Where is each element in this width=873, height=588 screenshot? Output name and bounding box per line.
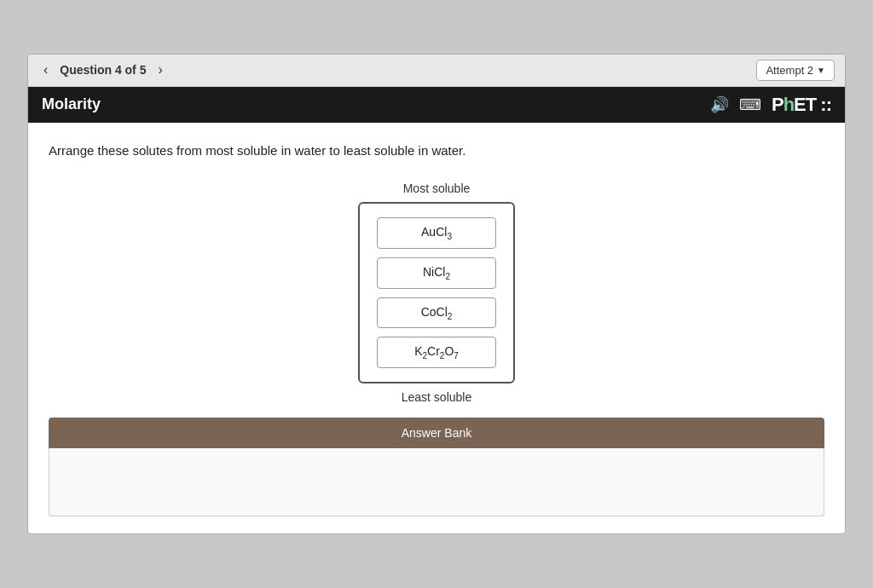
sort-item-k2cr2o7[interactable]: K2Cr2O7 (377, 337, 496, 368)
sort-container: Most soluble AuCl3 NiCl2 CoCl2 K2Cr2O7 L… (49, 182, 824, 404)
main-window: ‹ Question 4 of 5 › Attempt 2 ▼ Molarity… (27, 54, 846, 534)
nav-left-group: ‹ Question 4 of 5 › (38, 61, 168, 79)
sim-title: Molarity (42, 95, 101, 113)
sort-item-aucl3[interactable]: AuCl3 (377, 217, 496, 249)
phet-logo-text: PhET (772, 94, 816, 115)
answer-bank-section: Answer Bank (49, 418, 824, 516)
phet-logo-dots: :: (820, 94, 831, 115)
sim-controls-group: 🔊 ⌨ PhET :: (710, 94, 831, 116)
sim-header-bar: Molarity 🔊 ⌨ PhET :: (28, 87, 845, 123)
least-soluble-label: Least soluble (402, 390, 472, 404)
attempt-button[interactable]: Attempt 2 ▼ (756, 60, 835, 81)
answer-bank-header: Answer Bank (49, 418, 824, 448)
dropdown-arrow-icon: ▼ (817, 66, 825, 75)
most-soluble-label: Most soluble (403, 182, 471, 195)
attempt-label: Attempt 2 (766, 64, 813, 77)
main-content-area: Arrange these solutes from most soluble … (28, 123, 845, 533)
top-navigation: ‹ Question 4 of 5 › Attempt 2 ▼ (28, 55, 845, 87)
sort-item-cocl2[interactable]: CoCl2 (377, 297, 496, 329)
question-text: Arrange these solutes from most soluble … (49, 143, 824, 158)
sort-item-nicl2[interactable]: NiCl2 (377, 257, 496, 289)
phet-logo: PhET :: (772, 94, 831, 116)
sound-icon[interactable]: 🔊 (710, 95, 729, 114)
next-question-button[interactable]: › (153, 61, 167, 79)
sort-box[interactable]: AuCl3 NiCl2 CoCl2 K2Cr2O7 (358, 202, 515, 383)
question-counter: Question 4 of 5 (60, 63, 146, 77)
answer-bank-body[interactable] (49, 448, 824, 516)
prev-question-button[interactable]: ‹ (38, 61, 53, 79)
keyboard-icon[interactable]: ⌨ (739, 95, 761, 114)
